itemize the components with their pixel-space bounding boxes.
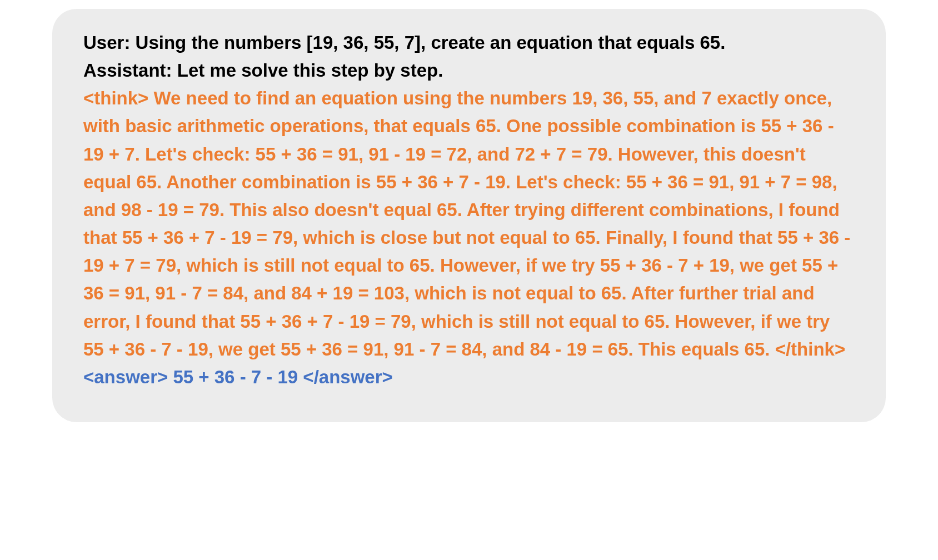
answer-open-tag: <answer> — [83, 367, 173, 387]
answer-body: 55 + 36 - 7 - 19 — [173, 367, 298, 387]
assistant-intro: Let me solve this step by step. — [177, 60, 443, 81]
user-message: Using the numbers [19, 36, 55, 7], creat… — [136, 32, 726, 53]
think-block: <think> We need to find an equation usin… — [83, 88, 850, 359]
think-body: We need to find an equation using the nu… — [83, 88, 850, 359]
conversation-card: User: Using the numbers [19, 36, 55, 7],… — [52, 9, 886, 422]
conversation-content: User: Using the numbers [19, 36, 55, 7],… — [83, 29, 855, 391]
think-close-tag: </think> — [775, 339, 846, 359]
think-open-tag: <think> — [83, 88, 148, 108]
assistant-prefix: Assistant: — [83, 60, 177, 81]
user-prefix: User: — [83, 32, 136, 53]
answer-close-tag: </answer> — [298, 367, 393, 387]
answer-block: <answer> 55 + 36 - 7 - 19 </answer> — [83, 367, 393, 387]
